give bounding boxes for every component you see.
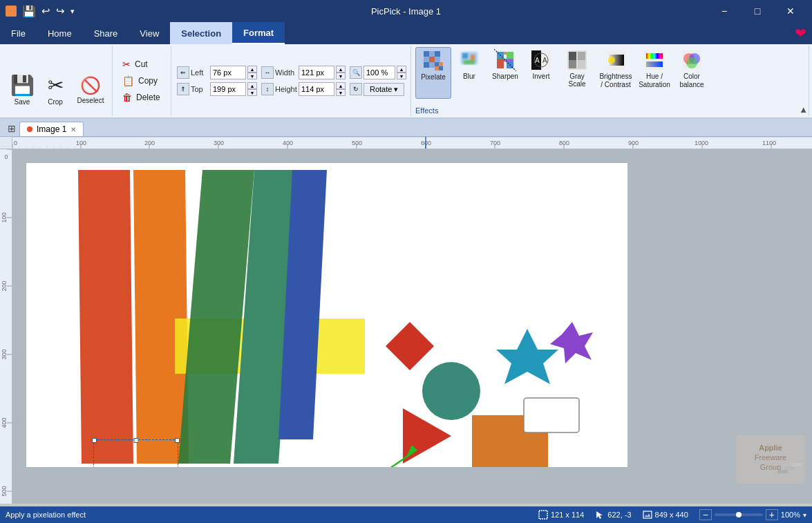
tab-selection[interactable]: Selection <box>170 22 232 44</box>
canvas-area-wrapper: 0 100 200 300 400 500 600 700 800 900 10… <box>0 137 812 504</box>
tab-format[interactable]: Format <box>232 22 285 44</box>
zoom-out-button[interactable]: − <box>699 509 712 520</box>
minimize-button[interactable]: − <box>708 0 740 22</box>
svg-text:0: 0 <box>4 153 8 160</box>
svg-text:200: 200 <box>144 140 155 146</box>
svg-text:300: 300 <box>214 140 224 146</box>
width-decrement[interactable]: ▼ <box>336 73 346 79</box>
canvas-scroll-area[interactable]: Shapes LINE Curved Arrow with text <box>12 149 812 504</box>
delete-label: Delete <box>136 93 160 102</box>
svg-rect-38 <box>646 53 663 59</box>
sharpen-button[interactable]: Sharpen <box>487 47 523 99</box>
rotate-button[interactable]: Rotate ▾ <box>363 83 404 96</box>
hue-saturation-button[interactable]: Hue / Saturation <box>636 47 672 99</box>
pixelate-button[interactable]: Pixelate <box>415 47 451 99</box>
left-input[interactable] <box>210 66 246 79</box>
svg-text:1100: 1100 <box>762 140 776 146</box>
horizontal-ruler: 0 100 200 300 400 500 600 700 800 900 10… <box>12 137 812 149</box>
sharpen-label: Sharpen <box>492 73 518 80</box>
width-increment[interactable]: ▲ <box>336 66 346 73</box>
tab-image1[interactable]: Image 1 ✕ <box>19 122 84 136</box>
ribbon-collapse-button[interactable]: ▲ <box>799 104 808 115</box>
svg-text:100: 100 <box>1 212 8 222</box>
svg-rect-1 <box>429 51 435 57</box>
zoom-slider[interactable] <box>715 513 763 516</box>
tab-switch-button[interactable]: ⊞ <box>6 121 18 136</box>
titlebar: 💾 ↩ ↪ ▾ PicPick - Image 1 − □ ✕ <box>0 0 812 22</box>
svg-text:900: 900 <box>628 140 639 146</box>
svg-marker-122 <box>596 511 603 519</box>
blur-button[interactable]: Blur <box>453 47 486 99</box>
svg-rect-18 <box>504 52 507 55</box>
copy-button[interactable]: 📋 Copy <box>118 73 167 88</box>
height-input[interactable] <box>299 82 334 96</box>
delete-icon: 🗑 <box>122 92 132 103</box>
svg-text:300: 300 <box>1 349 8 359</box>
height-decrement[interactable]: ▼ <box>336 89 346 96</box>
top-input[interactable] <box>210 82 246 96</box>
deselect-label: Deselect <box>77 97 104 104</box>
svg-text:400: 400 <box>1 417 8 428</box>
color-balance-label: Color balance <box>675 73 708 89</box>
svg-text:500: 500 <box>352 140 362 146</box>
cut-button[interactable]: ✂ Cut <box>118 57 167 72</box>
tab-label: Image 1 <box>37 124 66 134</box>
width-input[interactable] <box>299 66 334 79</box>
pixelate-label: Pixelate <box>421 73 446 81</box>
save-button[interactable]: 💾 Save <box>7 66 37 115</box>
brightness-label: Brightness / Contrast <box>598 73 634 89</box>
qat-redo[interactable]: ↪ <box>56 5 65 17</box>
svg-marker-92 <box>78 170 133 464</box>
left-increment[interactable]: ▲ <box>247 66 257 73</box>
status-right: 121 x 114 622, -3 849 x 440 − + 100% ▾ <box>538 509 806 520</box>
svg-rect-11 <box>435 66 439 70</box>
crop-button[interactable]: ✂ Crop <box>40 66 70 115</box>
top-decrement[interactable]: ▼ <box>247 89 257 96</box>
delete-button[interactable]: 🗑 Delete <box>118 90 167 105</box>
zoom-in-button[interactable]: + <box>766 509 778 520</box>
tab-close[interactable]: ✕ <box>70 126 76 133</box>
top-label: Top <box>191 85 209 93</box>
svg-marker-99 <box>496 329 558 384</box>
width-field-icon: ↔ <box>261 66 274 79</box>
qat-undo[interactable]: ↩ <box>41 5 50 17</box>
qat-dropdown[interactable]: ▾ <box>70 7 75 16</box>
image-size-icon <box>643 510 652 520</box>
tab-home[interactable]: Home <box>37 22 83 44</box>
crop-label: Crop <box>48 98 63 106</box>
brightness-contrast-button[interactable]: Brightness / Contrast <box>596 47 635 99</box>
tab-view[interactable]: View <box>129 22 170 44</box>
qat-save[interactable]: 💾 <box>22 5 36 18</box>
left-decrement[interactable]: ▼ <box>247 73 257 79</box>
maximize-button[interactable]: □ <box>742 0 773 22</box>
grayscale-icon <box>566 49 588 71</box>
hue-saturation-label: Hue / Saturation <box>638 73 671 89</box>
hue-saturation-icon <box>643 49 665 71</box>
zoom-percent-input[interactable] <box>363 66 395 79</box>
zoom-dropdown-arrow[interactable]: ▾ <box>803 511 806 519</box>
tab-file[interactable]: File <box>0 22 37 44</box>
zoom-decrement[interactable]: ▼ <box>397 73 406 79</box>
close-button[interactable]: ✕ <box>775 0 806 22</box>
top-increment[interactable]: ▲ <box>247 82 257 89</box>
zoom-slider-thumb[interactable] <box>736 512 742 517</box>
svg-text:800: 800 <box>559 140 569 146</box>
ribbon-group-position: ⇐ Left ▲ ▼ ↔ Width ▲ ▼ 🔍 <box>173 46 411 116</box>
grayscale-button[interactable]: Gray Scale <box>559 47 595 99</box>
ribbon-tabs: File Home Share View Selection Format ❤ <box>0 22 812 44</box>
selection-size-icon <box>538 510 548 520</box>
favorites-icon[interactable]: ❤ <box>795 25 806 41</box>
invert-label: Invert <box>532 73 549 80</box>
effects-group-label: Effects <box>415 105 438 115</box>
height-increment[interactable]: ▲ <box>336 82 346 89</box>
svg-text:700: 700 <box>490 140 500 146</box>
vertical-ruler: 0 100 200 300 400 500 <box>0 149 12 504</box>
ruler-row: 0 100 200 300 400 500 600 700 800 900 10… <box>0 137 812 149</box>
invert-button[interactable]: A A Invert <box>525 47 558 99</box>
tab-share[interactable]: Share <box>83 22 129 44</box>
zoom-increment[interactable]: ▲ <box>397 66 406 73</box>
color-balance-button[interactable]: Color balance <box>674 47 710 99</box>
invert-icon: A A <box>530 49 552 71</box>
rotate-field-icon: ↻ <box>350 83 362 95</box>
deselect-button[interactable]: 🚫 Deselect <box>73 66 108 115</box>
